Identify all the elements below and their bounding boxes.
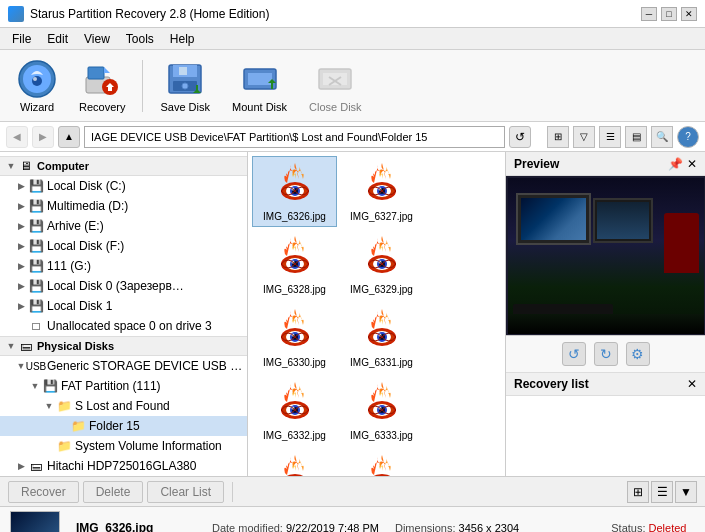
close-disk-button[interactable]: Close Disk bbox=[300, 54, 371, 118]
grid-view-button[interactable]: ⊞ bbox=[627, 481, 649, 503]
recovery-list-area bbox=[506, 396, 705, 476]
view-large-button[interactable]: ⊞ bbox=[547, 126, 569, 148]
address-input[interactable] bbox=[84, 126, 505, 148]
minimize-button[interactable]: ─ bbox=[641, 7, 657, 21]
file-panel: IMG_6326.jpg bbox=[248, 152, 505, 476]
menu-tools[interactable]: Tools bbox=[118, 30, 162, 48]
file-name: IMG_6328.jpg bbox=[263, 284, 326, 295]
file-item[interactable]: IMG_6333.jpg bbox=[339, 375, 424, 446]
recovery-button[interactable]: Recovery bbox=[70, 54, 134, 118]
tree-item-d[interactable]: ▶ 💾 Multimedia (D:) bbox=[0, 196, 247, 216]
list-view-button[interactable]: ☰ bbox=[651, 481, 673, 503]
menu-file[interactable]: File bbox=[4, 30, 39, 48]
file-name: IMG_6331.jpg bbox=[350, 357, 413, 368]
modified-value: 9/22/2019 7:48 PM bbox=[286, 522, 379, 533]
rotate-left-button[interactable]: ↺ bbox=[562, 342, 586, 366]
computer-icon: 🖥 bbox=[18, 158, 34, 174]
mount-disk-label: Mount Disk bbox=[232, 101, 287, 113]
file-icon bbox=[358, 453, 406, 476]
svg-point-74 bbox=[368, 474, 396, 476]
tree-item-f[interactable]: ▶ 💾 Local Disk (F:) bbox=[0, 236, 247, 256]
maximize-button[interactable]: □ bbox=[661, 7, 677, 21]
dimensions-value: 3456 x 2304 bbox=[459, 522, 520, 533]
file-item[interactable]: IMG_6332.jpg bbox=[252, 375, 337, 446]
menu-edit[interactable]: Edit bbox=[39, 30, 76, 48]
forward-button[interactable]: ▶ bbox=[32, 126, 54, 148]
computer-label: Computer bbox=[37, 160, 89, 172]
preview-header: Preview 📌 ✕ bbox=[506, 152, 705, 176]
preview-area bbox=[506, 176, 705, 336]
save-disk-button[interactable]: Save Disk bbox=[151, 54, 219, 118]
recovery-list-header: Recovery list ✕ bbox=[506, 372, 705, 396]
preview-close-button[interactable]: ✕ bbox=[687, 157, 697, 171]
up-button[interactable]: ▲ bbox=[58, 126, 80, 148]
tree-item-disk0[interactable]: ▶ 💾 Local Disk 0 (Зарезервировано систе.… bbox=[0, 276, 247, 296]
tree-item-lost-found[interactable]: ▼ 📁 S Lost and Found bbox=[0, 396, 247, 416]
title-bar: Starus Partition Recovery 2.8 (Home Edit… bbox=[0, 0, 705, 28]
mount-disk-button[interactable]: Mount Disk bbox=[223, 54, 296, 118]
wizard-label: Wizard bbox=[20, 101, 54, 113]
svg-rect-17 bbox=[323, 73, 347, 85]
file-item[interactable]: IMG_6328.jpg bbox=[252, 229, 337, 300]
tree-item-c[interactable]: ▶ 💾 Local Disk (C:) bbox=[0, 176, 247, 196]
file-icon bbox=[271, 307, 319, 355]
view-details-button[interactable]: ☰ bbox=[599, 126, 621, 148]
recover-button[interactable]: Recover bbox=[8, 481, 79, 503]
svg-point-11 bbox=[182, 83, 188, 89]
go-button[interactable]: ↺ bbox=[509, 126, 531, 148]
save-disk-icon bbox=[165, 59, 205, 99]
file-item[interactable]: IMG_6326.jpg bbox=[252, 156, 337, 227]
save-disk-label: Save Disk bbox=[160, 101, 210, 113]
file-name: IMG_6326.jpg bbox=[263, 211, 326, 222]
tree-item-sysvolinfo[interactable]: 📁 System Volume Information bbox=[0, 436, 247, 456]
tree-item-fat[interactable]: ▼ 💾 FAT Partition (111) bbox=[0, 376, 247, 396]
tree-item-folder15[interactable]: 📁 Folder 15 bbox=[0, 416, 247, 436]
wizard-button[interactable]: Wizard bbox=[8, 54, 66, 118]
svg-point-3 bbox=[33, 77, 37, 81]
file-icon bbox=[271, 161, 319, 209]
help-button[interactable]: ? bbox=[677, 126, 699, 148]
recovery-list-close-button[interactable]: ✕ bbox=[687, 377, 697, 391]
clear-list-button[interactable]: Clear List bbox=[147, 481, 224, 503]
file-item[interactable]: IMG_6335.jpg bbox=[339, 448, 424, 476]
computer-section[interactable]: ▼ 🖥 Computer bbox=[0, 156, 247, 176]
tree-item-hitachi[interactable]: ▶ 🖴 Hitachi HDP725016GLA380 bbox=[0, 456, 247, 476]
preview-pin-button[interactable]: 📌 bbox=[668, 157, 683, 171]
dropdown-button[interactable]: ▼ bbox=[675, 481, 697, 503]
tree-item-unallocated[interactable]: □ Unallocated space 0 on drive 3 bbox=[0, 316, 247, 336]
status-label: Status: bbox=[611, 522, 645, 533]
file-icon bbox=[271, 234, 319, 282]
app-title: Starus Partition Recovery 2.8 (Home Edit… bbox=[30, 7, 269, 21]
right-panel: Preview 📌 ✕ bbox=[505, 152, 705, 476]
file-item[interactable]: IMG_6327.jpg bbox=[339, 156, 424, 227]
physical-disks-section[interactable]: ▼ 🖴 Physical Disks bbox=[0, 336, 247, 356]
menu-view[interactable]: View bbox=[76, 30, 118, 48]
file-item[interactable]: IMG_6329.jpg bbox=[339, 229, 424, 300]
filter-button[interactable]: ▽ bbox=[573, 126, 595, 148]
file-item[interactable]: IMG_6334.jpg bbox=[252, 448, 337, 476]
preview-controls: ↺ ↻ ⚙ bbox=[506, 336, 705, 372]
tree-item-disk1[interactable]: ▶ 💾 Local Disk 1 bbox=[0, 296, 247, 316]
file-item[interactable]: IMG_6331.jpg bbox=[339, 302, 424, 373]
file-name: IMG_6333.jpg bbox=[350, 430, 413, 441]
file-icon bbox=[358, 161, 406, 209]
wizard-icon bbox=[17, 59, 57, 99]
recovery-icon bbox=[82, 59, 122, 99]
menu-help[interactable]: Help bbox=[162, 30, 203, 48]
tree-item-g[interactable]: ▶ 💾 111 (G:) bbox=[0, 256, 247, 276]
file-item[interactable]: IMG_6330.jpg bbox=[252, 302, 337, 373]
file-name: IMG_6332.jpg bbox=[263, 430, 326, 441]
search-button[interactable]: 🔍 bbox=[651, 126, 673, 148]
status-right: Status: Deleted Prognosis: Good bbox=[611, 522, 695, 533]
computer-expand[interactable]: ▼ bbox=[4, 159, 18, 173]
tree-item-e[interactable]: ▶ 💾 Arhive (E:) bbox=[0, 216, 247, 236]
close-button[interactable]: ✕ bbox=[681, 7, 697, 21]
view-tiles-button[interactable]: ▤ bbox=[625, 126, 647, 148]
rotate-right-button[interactable]: ↻ bbox=[594, 342, 618, 366]
address-bar: ◀ ▶ ▲ ↺ ⊞ ▽ ☰ ▤ 🔍 ? bbox=[0, 122, 705, 152]
preview-settings-button[interactable]: ⚙ bbox=[626, 342, 650, 366]
tree-item-usb[interactable]: ▼ USB Generic STORAGE DEVICE USB Device bbox=[0, 356, 247, 376]
back-button[interactable]: ◀ bbox=[6, 126, 28, 148]
toolbar: Wizard Recovery bbox=[0, 50, 705, 122]
delete-button[interactable]: Delete bbox=[83, 481, 144, 503]
